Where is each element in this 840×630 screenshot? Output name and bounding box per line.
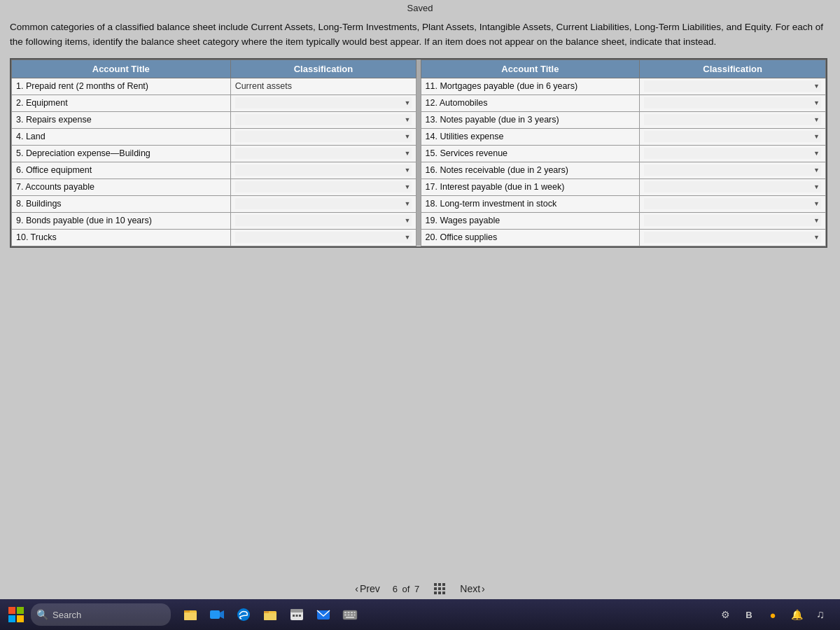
- right-account-cell: 17. Interest payable (due in 1 week): [421, 178, 640, 195]
- classification-dropdown-right-12[interactable]: Current assetsLong-Term InvestmentsPlant…: [644, 97, 821, 108]
- left-classification-cell[interactable]: Current assetsLong-Term InvestmentsPlant…: [230, 195, 416, 212]
- taskbar-app-icons: [179, 603, 361, 626]
- table-row: 2. EquipmentCurrent assetsLong-Term Inve…: [12, 94, 826, 111]
- classification-dropdown-left-7[interactable]: Current assetsLong-Term InvestmentsPlant…: [235, 181, 412, 192]
- left-classification-cell[interactable]: Current assetsLong-Term InvestmentsPlant…: [230, 145, 416, 162]
- table-row: 8. BuildingsCurrent assetsLong-Term Inve…: [12, 195, 826, 212]
- table-row: 1. Prepaid rent (2 months of Rent)Curren…: [12, 78, 826, 94]
- left-class-header: Classification: [230, 59, 416, 78]
- classification-dropdown-left-8[interactable]: Current assetsLong-Term InvestmentsPlant…: [235, 198, 412, 209]
- table-header-row: Account Title Classification Account Tit…: [12, 59, 826, 78]
- classification-dropdown-right-16[interactable]: Current assetsLong-Term InvestmentsPlant…: [644, 164, 821, 176]
- left-classification-cell[interactable]: Current assetsLong-Term InvestmentsPlant…: [230, 178, 416, 195]
- classification-dropdown-right-11[interactable]: Current assetsLong-Term InvestmentsPlant…: [644, 80, 821, 92]
- classification-dropdown-right-18[interactable]: Current assetsLong-Term InvestmentsPlant…: [644, 198, 821, 209]
- svg-rect-31: [351, 615, 353, 616]
- classification-dropdown-right-19[interactable]: Current assetsLong-Term InvestmentsPlant…: [644, 215, 821, 226]
- right-classification-cell[interactable]: Current assetsLong-Term InvestmentsPlant…: [640, 128, 826, 145]
- file-manager-icon[interactable]: [179, 603, 202, 626]
- svg-rect-16: [264, 613, 276, 620]
- right-account-header: Account Title: [421, 59, 640, 78]
- classification-dropdown-left-4[interactable]: Current assetsLong-Term InvestmentsPlant…: [235, 131, 412, 142]
- svg-rect-1: [438, 583, 441, 586]
- classification-dropdown-left-3[interactable]: Current assetsLong-Term InvestmentsPlant…: [235, 114, 412, 125]
- classification-dropdown-left-2[interactable]: Current assetsLong-Term InvestmentsPlant…: [235, 97, 412, 108]
- left-classification-cell[interactable]: Current assets: [230, 78, 416, 94]
- svg-rect-26: [348, 612, 350, 613]
- svg-rect-5: [442, 587, 445, 590]
- classification-dropdown-right-20[interactable]: Current assetsLong-Term InvestmentsPlant…: [644, 232, 821, 243]
- right-classification-cell[interactable]: Current assetsLong-Term InvestmentsPlant…: [640, 212, 826, 229]
- svg-rect-30: [348, 615, 350, 616]
- left-classification-cell[interactable]: Current assetsLong-Term InvestmentsPlant…: [230, 128, 416, 145]
- svg-rect-11: [184, 610, 190, 612]
- wifi-icon[interactable]: ●: [763, 605, 783, 624]
- search-label: Search: [52, 610, 81, 620]
- classification-dropdown-left-10[interactable]: Current assetsLong-Term InvestmentsPlant…: [235, 232, 412, 243]
- mail-icon[interactable]: [312, 603, 335, 626]
- svg-marker-13: [220, 610, 224, 619]
- right-classification-cell[interactable]: Current assetsLong-Term InvestmentsPlant…: [640, 145, 826, 162]
- right-account-cell: 16. Notes receivable (due in 2 years): [421, 162, 640, 178]
- left-account-cell: 1. Prepaid rent (2 months of Rent): [12, 78, 231, 94]
- svg-rect-25: [344, 612, 346, 613]
- windows-logo-icon: [8, 607, 24, 622]
- classification-dropdown-left-9[interactable]: Current assetsLong-Term InvestmentsPlant…: [235, 215, 412, 226]
- classification-dropdown-right-15[interactable]: Current assetsLong-Term InvestmentsPlant…: [644, 148, 821, 159]
- prev-button[interactable]: ‹ Prev: [355, 583, 379, 594]
- right-classification-cell[interactable]: Current assetsLong-Term InvestmentsPlant…: [640, 229, 826, 246]
- left-classification-cell[interactable]: Current assetsLong-Term InvestmentsPlant…: [230, 111, 416, 128]
- left-classification-cell[interactable]: Current assetsLong-Term InvestmentsPlant…: [230, 162, 416, 178]
- music-icon[interactable]: ♫: [811, 605, 830, 624]
- right-account-cell: 12. Automobiles: [421, 94, 640, 111]
- right-classification-cell[interactable]: Current assetsLong-Term InvestmentsPlant…: [640, 78, 826, 94]
- volume-icon[interactable]: B: [739, 605, 759, 624]
- right-classification-cell[interactable]: Current assetsLong-Term InvestmentsPlant…: [640, 162, 826, 178]
- taskbar-search[interactable]: 🔍 Search: [31, 603, 171, 626]
- keyboard-icon[interactable]: [339, 603, 361, 626]
- table-row: 5. Depreciation expense—BuildingCurrent …: [12, 145, 826, 162]
- classification-dropdown-left-6[interactable]: Current assetsLong-Term InvestmentsPlant…: [235, 164, 412, 176]
- left-account-cell: 8. Buildings: [12, 195, 231, 212]
- balance-sheet-table: Account Title Classification Account Tit…: [10, 58, 827, 248]
- svg-rect-19: [290, 609, 303, 612]
- left-account-header: Account Title: [12, 59, 231, 78]
- left-account-cell: 3. Repairs expense: [12, 111, 231, 128]
- svg-rect-3: [434, 587, 437, 590]
- taskbar: 🔍 Search: [0, 599, 840, 630]
- svg-rect-10: [184, 612, 197, 620]
- bell-icon[interactable]: 🔔: [787, 605, 806, 624]
- classification-dropdown-right-17[interactable]: Current assetsLong-Term InvestmentsPlant…: [644, 181, 821, 192]
- folder-icon[interactable]: [259, 603, 281, 626]
- svg-rect-6: [434, 592, 437, 594]
- settings-icon[interactable]: ⚙: [715, 605, 735, 624]
- search-icon: 🔍: [36, 609, 48, 620]
- right-account-cell: 14. Utilities expense: [421, 128, 640, 145]
- svg-rect-20: [293, 615, 295, 617]
- classification-dropdown-right-13[interactable]: Current assetsLong-Term InvestmentsPlant…: [644, 114, 821, 125]
- right-classification-cell[interactable]: Current assetsLong-Term InvestmentsPlant…: [640, 178, 826, 195]
- start-button[interactable]: [4, 603, 28, 626]
- right-classification-cell[interactable]: Current assetsLong-Term InvestmentsPlant…: [640, 94, 826, 111]
- calendar-icon[interactable]: [286, 603, 308, 626]
- svg-point-14: [237, 608, 250, 621]
- right-classification-cell[interactable]: Current assetsLong-Term InvestmentsPlant…: [640, 195, 826, 212]
- right-classification-cell[interactable]: Current assetsLong-Term InvestmentsPlant…: [640, 111, 826, 128]
- right-account-cell: 15. Services revenue: [421, 145, 640, 162]
- svg-rect-2: [442, 583, 445, 586]
- classification-dropdown-left-5[interactable]: Current assetsLong-Term InvestmentsPlant…: [235, 148, 412, 159]
- camera-icon[interactable]: [206, 603, 228, 626]
- left-classification-cell[interactable]: Current assetsLong-Term InvestmentsPlant…: [230, 94, 416, 111]
- left-classification-cell[interactable]: Current assetsLong-Term InvestmentsPlant…: [230, 212, 416, 229]
- next-button[interactable]: Next ›: [460, 583, 484, 594]
- table-row: 3. Repairs expenseCurrent assetsLong-Ter…: [12, 111, 826, 128]
- page-info: 6 of 7: [393, 584, 420, 594]
- classification-dropdown-right-14[interactable]: Current assetsLong-Term InvestmentsPlant…: [644, 131, 821, 142]
- left-account-cell: 9. Bonds payable (due in 10 years): [12, 212, 231, 229]
- grid-icon: [432, 581, 447, 596]
- browser-icon[interactable]: [232, 603, 255, 626]
- left-classification-cell[interactable]: Current assetsLong-Term InvestmentsPlant…: [230, 229, 416, 246]
- saved-indicator: Saved: [0, 0, 840, 15]
- right-account-cell: 13. Notes payable (due in 3 years): [421, 111, 640, 128]
- svg-rect-27: [351, 612, 353, 613]
